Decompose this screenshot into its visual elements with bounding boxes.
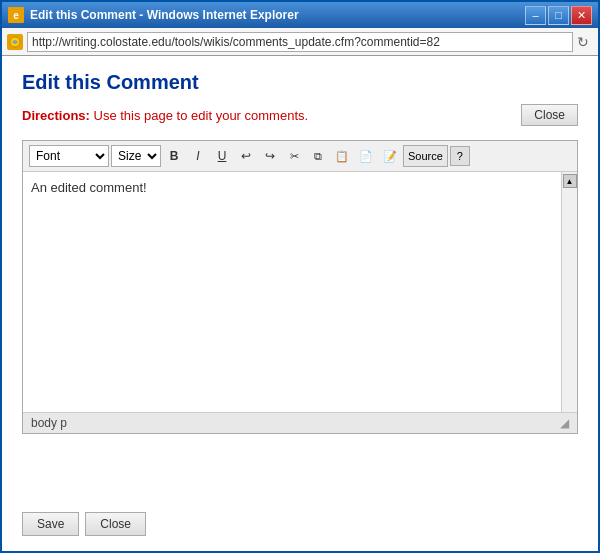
directions-text: Directions: Use this page to edit your c… — [22, 108, 308, 123]
maximize-button[interactable]: □ — [548, 6, 569, 25]
copy-button[interactable]: ⧉ — [307, 145, 329, 167]
title-bar: e Edit this Comment - Windows Internet E… — [2, 2, 598, 28]
address-icon — [7, 34, 23, 50]
help-button[interactable]: ? — [450, 146, 470, 166]
save-button[interactable]: Save — [22, 512, 79, 536]
editor-status: body p ◢ — [23, 412, 577, 433]
address-bar: ↻ — [2, 28, 598, 56]
refresh-icon: ↻ — [577, 34, 593, 50]
ie-icon: e — [8, 7, 24, 23]
underline-button[interactable]: U — [211, 145, 233, 167]
address-input[interactable] — [27, 32, 573, 52]
directions-row: Directions: Use this page to edit your c… — [22, 104, 578, 126]
font-select[interactable]: Font — [29, 145, 109, 167]
close-button[interactable]: Close — [85, 512, 146, 536]
window-title: Edit this Comment - Windows Internet Exp… — [30, 8, 299, 22]
scroll-up-arrow[interactable]: ▲ — [563, 174, 577, 188]
title-bar-left: e Edit this Comment - Windows Internet E… — [8, 7, 299, 23]
undo-button[interactable]: ↩ — [235, 145, 257, 167]
editor-scrollbar: ▲ — [561, 172, 577, 412]
source-button[interactable]: Source — [403, 145, 448, 167]
cut-button[interactable]: ✂ — [283, 145, 305, 167]
top-close-button[interactable]: Close — [521, 104, 578, 126]
browser-window: e Edit this Comment - Windows Internet E… — [0, 0, 600, 553]
bottom-buttons: Save Close — [2, 508, 598, 551]
window-close-button[interactable]: ✕ — [571, 6, 592, 25]
minimize-button[interactable]: – — [525, 6, 546, 25]
directions-label: Directions: — [22, 108, 90, 123]
italic-button[interactable]: I — [187, 145, 209, 167]
editor-container: Font Size B I U ↩ ↪ ✂ ⧉ 📋 📄 📝 Source ? — [22, 140, 578, 434]
directions-body: Use this page to edit your comments. — [90, 108, 308, 123]
resize-handle[interactable]: ◢ — [560, 416, 569, 430]
title-bar-controls: – □ ✕ — [525, 6, 592, 25]
size-select[interactable]: Size — [111, 145, 161, 167]
page-content: Edit this Comment Directions: Use this p… — [2, 56, 598, 508]
bold-button[interactable]: B — [163, 145, 185, 167]
page-title: Edit this Comment — [22, 71, 578, 94]
editor-toolbar: Font Size B I U ↩ ↪ ✂ ⧉ 📋 📄 📝 Source ? — [23, 141, 577, 172]
editor-textarea[interactable] — [23, 172, 561, 412]
editor-body-wrapper: ▲ — [23, 172, 577, 412]
status-text: body p — [31, 416, 67, 430]
redo-button[interactable]: ↪ — [259, 145, 281, 167]
paste-word-button[interactable]: 📝 — [379, 145, 401, 167]
paste-text-button[interactable]: 📄 — [355, 145, 377, 167]
paste-button[interactable]: 📋 — [331, 145, 353, 167]
